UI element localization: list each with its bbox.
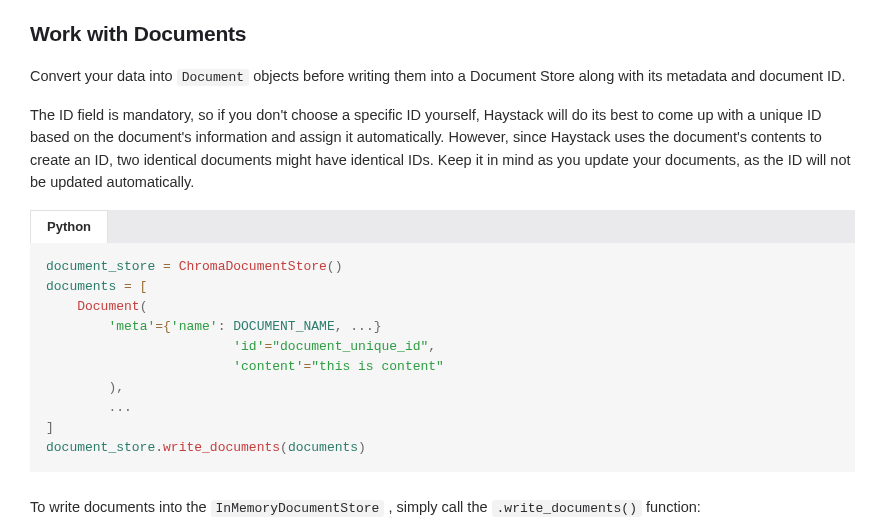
code-token: (): [327, 259, 343, 274]
code-token: [46, 319, 108, 334]
code-token: ={: [155, 319, 171, 334]
code-token: write_documents: [163, 440, 280, 455]
code-token: .: [155, 440, 163, 455]
code-token: ChromaDocumentStore: [179, 259, 327, 274]
code-token: document_store: [46, 259, 155, 274]
code-token: document_store: [46, 440, 155, 455]
tab-bar-rest: [108, 210, 855, 243]
code-token: Document: [77, 299, 139, 314]
tab-python[interactable]: Python: [30, 210, 108, 243]
code-token: (: [280, 440, 288, 455]
code-token: ]: [46, 420, 54, 435]
code-tab-bar: Python: [30, 210, 855, 243]
code-token: [46, 299, 77, 314]
text: objects before writing them into a Docum…: [249, 68, 845, 84]
intro-paragraph-2: The ID field is mandatory, so if you don…: [30, 104, 855, 194]
code-token: "document_unique_id": [272, 339, 428, 354]
code-token: =: [155, 259, 178, 274]
code-token: = [: [116, 279, 147, 294]
code-token: [46, 339, 233, 354]
text: , simply call the: [384, 499, 491, 515]
code-token: ),: [46, 380, 124, 395]
code-token: 'meta': [108, 319, 155, 334]
code-token: , ...}: [335, 319, 382, 334]
inline-code-document: Document: [177, 69, 249, 86]
code-block[interactable]: document_store = ChromaDocumentStore() d…: [30, 243, 855, 472]
code-token: [46, 359, 233, 374]
paragraph-3: To write documents into the InMemoryDocu…: [30, 496, 855, 519]
code-token: DOCUMENT_NAME: [233, 319, 334, 334]
inline-code-inmemorystore: InMemoryDocumentStore: [211, 500, 385, 517]
section-heading: Work with Documents: [30, 18, 855, 51]
code-token: "this is content": [311, 359, 444, 374]
intro-paragraph-1: Convert your data into Document objects …: [30, 65, 855, 88]
code-token: 'id': [233, 339, 264, 354]
code-token: 'name': [171, 319, 218, 334]
code-token: ...: [46, 400, 132, 415]
code-token: documents: [288, 440, 358, 455]
code-token: :: [218, 319, 234, 334]
code-block-container: Python document_store = ChromaDocumentSt…: [30, 210, 855, 473]
text: Convert your data into: [30, 68, 177, 84]
inline-code-writedocs: .write_documents(): [492, 500, 642, 517]
code-token: ): [358, 440, 366, 455]
code-token: ,: [428, 339, 436, 354]
code-token: (: [140, 299, 148, 314]
text: function:: [642, 499, 701, 515]
code-token: 'content': [233, 359, 303, 374]
code-token: documents: [46, 279, 116, 294]
text: To write documents into the: [30, 499, 211, 515]
